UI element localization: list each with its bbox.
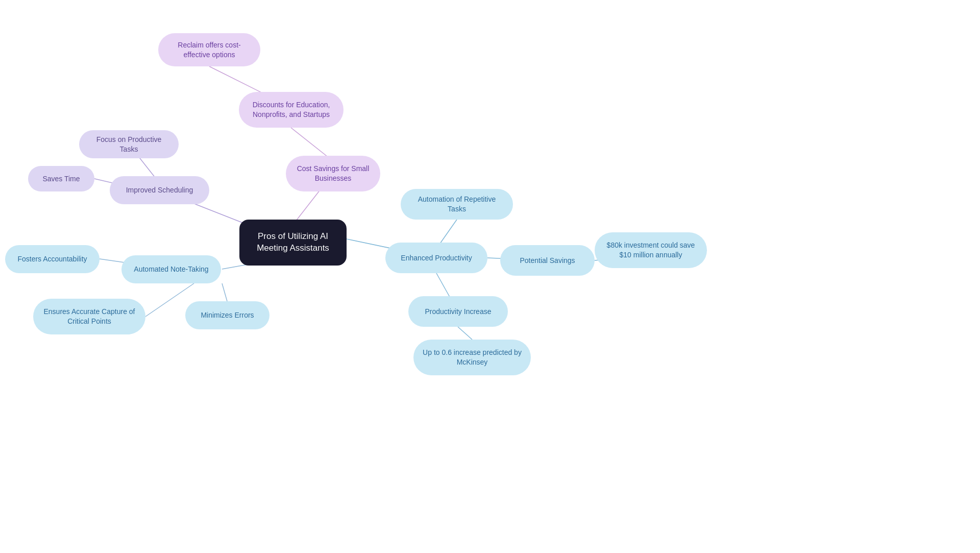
automated-note-taking-node: Automated Note-Taking <box>121 255 221 283</box>
saves-time-node: Saves Time <box>28 166 94 191</box>
discounts-node: Discounts for Education, Nonprofits, and… <box>239 92 344 128</box>
improved-scheduling-node: Improved Scheduling <box>110 176 209 204</box>
svg-line-9 <box>222 283 227 301</box>
ensures-accurate-node: Ensures Accurate Capture of Critical Poi… <box>33 299 145 334</box>
center-node: Pros of Utilizing AI Meeting Assistants <box>239 220 347 266</box>
potential-savings-node: Potential Savings <box>500 245 595 276</box>
svg-line-15 <box>458 327 472 340</box>
cost-savings-node: Cost Savings for Small Businesses <box>286 156 380 191</box>
productivity-increase-node: Productivity Increase <box>408 296 508 327</box>
enhanced-productivity-node: Enhanced Productivity <box>385 243 487 273</box>
fosters-accountability-node: Fosters Accountability <box>5 245 100 273</box>
focus-productive-node: Focus on Productive Tasks <box>79 130 179 158</box>
minimizes-errors-node: Minimizes Errors <box>185 301 270 329</box>
80k-investment-node: $80k investment could save $10 million a… <box>595 232 707 268</box>
up-to-06-node: Up to 0.6 increase predicted by McKinsey <box>413 340 531 375</box>
reclaim-node: Reclaim offers cost-effective options <box>158 33 260 66</box>
automation-repetitive-node: Automation of Repetitive Tasks <box>401 189 513 220</box>
